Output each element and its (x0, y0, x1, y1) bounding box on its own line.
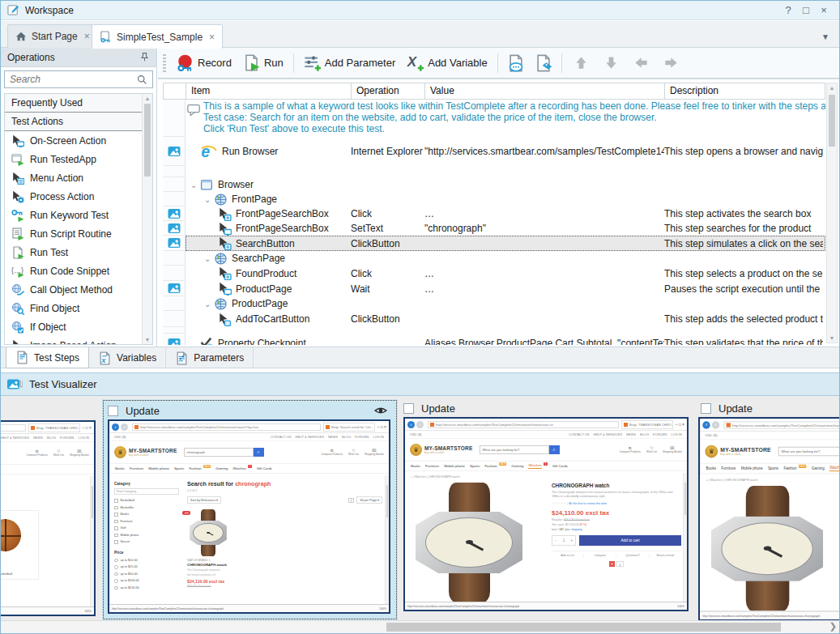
top-link[interactable]: BLOG (342, 435, 351, 439)
visualizer-frame-frontpage[interactable]: ‹›http://services.smartbear.com/samples/… (1, 420, 96, 618)
product-link[interactable]: Add to List (552, 554, 584, 557)
sidebar-item-run-testedapp[interactable]: Run TestedApp (5, 150, 152, 168)
tab-list-dropdown-icon[interactable]: ▼ (821, 32, 829, 41)
sidebar-item-run-keyword-test[interactable]: Run Keyword Test (5, 206, 152, 224)
nav-link-gift-cards[interactable]: Gift Cards (552, 464, 568, 468)
operations-search-box[interactable] (4, 70, 153, 88)
sidebar-item-find-object[interactable]: Find Object (5, 299, 152, 317)
address-bar[interactable]: http://services.smartbear.com/samples/Te… (1, 424, 26, 432)
review-link[interactable]: Be the first to review this item (569, 502, 607, 505)
forward-icon[interactable]: › (712, 421, 719, 428)
top-link[interactable]: BLOG (47, 436, 56, 440)
run-button[interactable]: Run (243, 54, 284, 71)
nav-link-books[interactable]: Books (115, 466, 125, 470)
browser-window[interactable]: ‹›http://services.smartbear.com/samples/… (108, 419, 390, 614)
forward-icon[interactable]: › (121, 423, 128, 431)
top-link[interactable]: LOG IN (373, 435, 384, 439)
product-card[interactable]: -0%WATCH BRAND 1CHRONOGRAPH watchThe Chr… (187, 509, 244, 588)
store-search[interactable]: What are you looking for?⌕ (480, 445, 560, 454)
top-link[interactable]: HELP & SERVICES (594, 432, 622, 436)
radio[interactable] (114, 559, 118, 563)
update-checkbox[interactable] (403, 403, 414, 414)
visualizer-frame-productpage-zoom[interactable]: Update‹›http://services.smartbear.com/sa… (701, 399, 840, 620)
search-input[interactable] (10, 74, 137, 85)
price-option[interactable]: up to $250.00 (114, 585, 179, 592)
top-link[interactable]: BLOG (640, 432, 649, 436)
browser-tab[interactable]: Shop. Search result for "chr... (323, 423, 375, 432)
checkbox[interactable] (114, 540, 118, 544)
category-option[interactable]: Mobile phone (114, 532, 179, 539)
checkbox[interactable] (114, 506, 118, 510)
nav-link-mobile-phone[interactable]: Mobile phone (444, 464, 465, 468)
back-icon[interactable]: ‹ (407, 421, 415, 428)
sidebar-item-run-test[interactable]: Run Test (5, 243, 152, 262)
sidebar-item-menu-action[interactable]: Menu Action (5, 168, 152, 187)
header-icon-2[interactable]: ⌧Shopping Basket (663, 446, 682, 453)
qty-minus[interactable]: − (555, 538, 557, 543)
back-icon[interactable]: ‹ (112, 423, 119, 431)
indent-icon[interactable] (663, 55, 679, 70)
category-option[interactable]: Furniture (114, 518, 179, 525)
close-tab-icon[interactable]: × (84, 31, 90, 42)
browser-window[interactable]: ‹›http://services.smartbear.com/samples/… (403, 417, 689, 611)
nav-link-furniture[interactable]: Furniture (130, 466, 143, 470)
price-option[interactable]: up to $25.00 (114, 564, 179, 571)
group-header-test-actions[interactable]: Test Actions (5, 113, 152, 131)
browser-window-controls[interactable]: – □ × (377, 424, 387, 429)
category-search-box[interactable]: Find Category... (114, 488, 179, 495)
imagecell-icon[interactable] (168, 222, 181, 235)
header-icon-0[interactable]: ⧉Compare Products (321, 449, 343, 456)
test-step-row[interactable]: eRun BrowserInternet Explorer"http://ser… (163, 137, 825, 166)
back-icon[interactable]: ‹ (702, 421, 710, 428)
store-search-input[interactable]: chronograph (184, 448, 254, 457)
column-header-operation[interactable]: Operation (352, 83, 425, 99)
address-bar[interactable]: http://services.smartbear.com/samples/Te… (724, 421, 840, 428)
top-link[interactable]: NEWS (626, 432, 636, 436)
page-scrollbar[interactable] (90, 476, 94, 606)
test-step-row[interactable]: FoundProductClick…This step selects a pr… (163, 266, 825, 281)
currency-selector[interactable]: USD ($) (410, 432, 421, 436)
price-option[interactable]: up to $50.00 (114, 571, 179, 578)
test-step-row[interactable]: FrontPageSearchBoxClick…This step activa… (163, 206, 825, 221)
eye-icon[interactable] (374, 404, 387, 417)
imagecell-icon[interactable] (168, 236, 181, 249)
visualizer-horizontal-scrollbar[interactable]: ❯ (1, 620, 839, 633)
currency-selector[interactable]: USD ($) (705, 433, 717, 437)
top-link[interactable]: LOG IN (671, 432, 682, 436)
top-link[interactable]: HELP & SERVICES (296, 435, 324, 439)
top-link[interactable]: FORUMS (60, 436, 74, 440)
product-link[interactable]: Email a friend (650, 554, 681, 557)
close-button[interactable]: × (815, 4, 833, 16)
nav-link-watches[interactable]: Watches (528, 463, 542, 469)
test-visualizer-header[interactable]: Test Visualizer (1, 372, 839, 396)
test-step-row[interactable]: Property CheckpointAliases.Browser.Produ… (163, 334, 825, 345)
update-checkbox[interactable] (108, 406, 118, 416)
add-parameter-button[interactable]: Add Parameter (304, 54, 395, 71)
column-header-value[interactable]: Value (425, 83, 665, 99)
header-icon-0[interactable]: ⧉Compare Products (26, 449, 48, 457)
top-link[interactable]: NEWS (328, 435, 338, 439)
browser-window-controls[interactable]: – □ × (83, 425, 92, 430)
qty-plus[interactable]: + (570, 538, 573, 543)
header-icon-2[interactable]: ⌧Shopping Basket (365, 449, 384, 456)
nav-link-gaming[interactable]: Gaming (215, 466, 228, 470)
column-header-item[interactable]: Item (186, 83, 352, 99)
nav-link-mobile-phone[interactable]: Mobile phone (148, 466, 169, 470)
sidebar-item-on-screen-action[interactable]: On-Screen Action (5, 131, 152, 150)
nav-link-mobile-phone[interactable]: Mobile phone (741, 466, 763, 470)
store-search[interactable]: chronograph⌕ (184, 448, 264, 457)
category-option[interactable]: Golf (114, 525, 179, 532)
nav-link-gaming[interactable]: Gaming (812, 466, 825, 470)
maximize-button[interactable]: □ (797, 4, 815, 16)
nav-link-gift-cards[interactable]: Gift Cards (257, 466, 272, 470)
nav-link-sports[interactable]: Sports (470, 464, 480, 468)
sidebar-item-image-based-action[interactable]: Image Based Action (5, 336, 152, 345)
checkbox[interactable] (114, 499, 118, 503)
tab-simpletest-sample[interactable]: SimpleTest_Sample × (92, 24, 223, 49)
browser-window[interactable]: ‹›http://services.smartbear.com/samples/… (698, 417, 840, 621)
top-link[interactable]: FORUMS (653, 432, 667, 436)
checkbox[interactable] (114, 520, 118, 524)
header-icon-0[interactable]: ⧉Compare Products (619, 446, 641, 453)
nav-link-gaming[interactable]: Gaming (511, 464, 523, 468)
test-step-row[interactable]: ⌄FrontPage (163, 192, 825, 206)
